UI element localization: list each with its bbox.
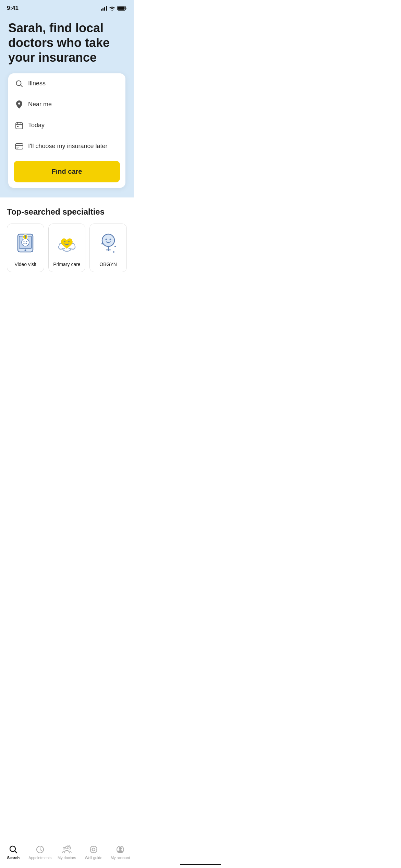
location-field[interactable]: Near me: [28, 101, 52, 108]
main-content: Top-searched specialties: [0, 197, 134, 306]
video-visit-label: Video visit: [15, 262, 37, 267]
primary-care-label: Primary care: [53, 262, 80, 267]
insurance-field[interactable]: I'll choose my insurance later: [28, 143, 108, 150]
illness-field[interactable]: Illness: [28, 80, 46, 87]
insurance-search-row[interactable]: I'll choose my insurance later: [8, 136, 125, 157]
hero-title: Sarah, find local doctors who take your …: [8, 21, 125, 65]
specialties-section-title: Top-searched specialties: [7, 207, 127, 217]
specialties-grid: Video visit Pr: [7, 224, 127, 306]
insurance-card-icon: [15, 142, 23, 150]
primary-care-icon: [53, 230, 81, 257]
svg-point-14: [25, 249, 26, 251]
hero-section: Sarah, find local doctors who take your …: [0, 14, 134, 197]
obgyn-label: OBGYN: [99, 262, 117, 267]
location-pin-icon: [15, 100, 23, 109]
illness-search-row[interactable]: Illness: [8, 73, 125, 94]
status-bar: 9:41: [0, 0, 134, 14]
svg-rect-7: [16, 148, 18, 148]
date-search-row[interactable]: Today: [8, 115, 125, 136]
status-time: 9:41: [7, 5, 19, 12]
obgyn-icon: [95, 230, 122, 257]
svg-rect-3: [16, 123, 23, 129]
signal-bars-icon: [101, 6, 107, 11]
video-visit-icon: [12, 230, 39, 257]
svg-point-21: [114, 246, 116, 247]
svg-point-22: [113, 251, 114, 253]
search-card: Illness Near me Today: [8, 73, 125, 188]
svg-rect-1: [118, 7, 125, 10]
find-care-button[interactable]: Find care: [14, 161, 120, 182]
svg-point-16: [68, 241, 70, 242]
svg-point-11: [24, 241, 25, 242]
svg-point-12: [26, 241, 27, 242]
location-search-row[interactable]: Near me: [8, 94, 125, 115]
specialty-card-primary-care[interactable]: Primary care: [48, 224, 86, 272]
svg-point-20: [101, 243, 103, 244]
svg-point-15: [64, 241, 65, 242]
specialty-card-obgyn[interactable]: OBGYN: [89, 224, 127, 272]
status-icons: [101, 6, 127, 11]
svg-rect-6: [16, 147, 19, 147]
svg-point-10: [22, 239, 29, 246]
date-field[interactable]: Today: [28, 122, 45, 129]
svg-point-17: [102, 234, 114, 246]
battery-icon: [117, 6, 127, 11]
search-icon: [15, 80, 23, 88]
specialty-card-video-visit[interactable]: Video visit: [7, 224, 44, 272]
wifi-icon: [109, 6, 115, 11]
svg-rect-4: [17, 126, 19, 127]
calendar-icon: [15, 121, 23, 130]
